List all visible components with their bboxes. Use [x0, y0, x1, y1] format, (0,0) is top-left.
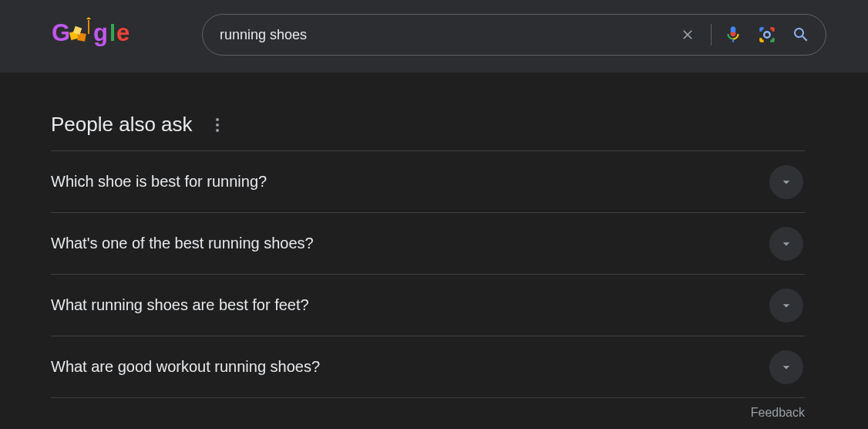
- search-actions: [671, 18, 818, 52]
- svg-point-9: [764, 32, 770, 38]
- search-header: G g l e: [0, 0, 868, 73]
- paa-item[interactable]: What running shoes are best for feet?: [51, 275, 805, 336]
- svg-text:G: G: [52, 19, 70, 46]
- paa-item[interactable]: What are good workout running shoes?: [51, 336, 805, 398]
- chevron-down-icon[interactable]: [769, 165, 803, 199]
- paa-question: What are good workout running shoes?: [51, 358, 320, 376]
- paa-header: People also ask: [51, 113, 868, 137]
- svg-text:l: l: [109, 21, 116, 46]
- paa-list: Which shoe is best for running? What's o…: [51, 150, 805, 398]
- divider: [711, 24, 712, 46]
- chevron-down-icon[interactable]: [769, 289, 803, 323]
- svg-text:g: g: [93, 19, 108, 46]
- chevron-down-icon[interactable]: [769, 227, 803, 261]
- paa-item[interactable]: Which shoe is best for running?: [51, 151, 805, 213]
- more-options-icon[interactable]: [211, 113, 224, 137]
- paa-question: Which shoe is best for running?: [51, 173, 267, 191]
- image-search-icon[interactable]: [750, 18, 784, 52]
- voice-search-icon[interactable]: [716, 18, 750, 52]
- feedback-link[interactable]: Feedback: [51, 398, 805, 420]
- svg-rect-8: [732, 40, 734, 42]
- search-input[interactable]: [220, 27, 671, 43]
- paa-title: People also ask: [51, 113, 193, 137]
- paa-question: What's one of the best running shoes?: [51, 235, 314, 252]
- paa-item[interactable]: What's one of the best running shoes?: [51, 213, 805, 275]
- search-icon[interactable]: [784, 18, 818, 52]
- svg-rect-4: [88, 20, 89, 34]
- chevron-down-icon[interactable]: [769, 350, 803, 384]
- google-logo[interactable]: G g l e: [51, 17, 157, 52]
- search-bar: [202, 14, 826, 56]
- results-content: People also ask Which shoe is best for r…: [0, 73, 868, 429]
- clear-icon[interactable]: [671, 18, 705, 52]
- svg-text:e: e: [116, 19, 130, 46]
- paa-question: What running shoes are best for feet?: [51, 296, 309, 314]
